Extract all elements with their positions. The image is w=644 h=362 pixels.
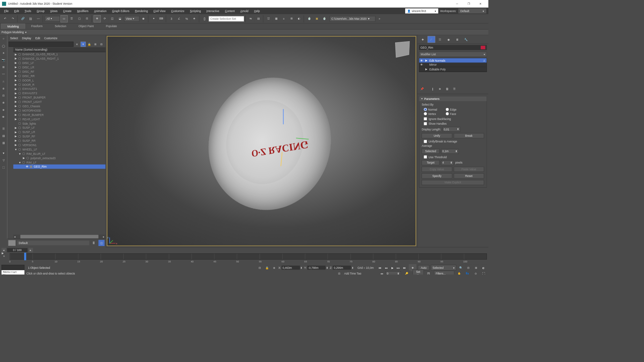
visibility-icon[interactable]: 👁: [26, 165, 29, 168]
menu-scripting[interactable]: Scripting: [187, 8, 204, 13]
expand-arrow-icon[interactable]: ▶: [22, 156, 25, 160]
tree-item[interactable]: ▶DAMAGE_GLASS_RIGHT_1: [13, 56, 105, 61]
mini-listener[interactable]: [2, 265, 24, 270]
expand-arrow-icon[interactable]: ▶: [14, 100, 17, 104]
ref-coord-dropdown[interactable]: View ▾: [124, 16, 139, 21]
hierarchy-tab-icon[interactable]: ☷: [436, 36, 444, 43]
scroll-left-icon[interactable]: ◂: [13, 235, 17, 239]
key-filters-icon[interactable]: ⚿: [426, 271, 432, 275]
expand-arrow-icon[interactable]: ▶: [14, 53, 17, 56]
z-value[interactable]: 0,296m: [333, 265, 351, 269]
tree-item[interactable]: ▶SUSP_RR: [13, 138, 105, 143]
viewport[interactable]: [+] [Orthographic ] [Standard ] [Default…: [107, 36, 416, 246]
expand-icon[interactable]: ▶: [425, 68, 428, 71]
selectby-edge[interactable]: Edge: [446, 108, 464, 111]
expand-arrow-icon[interactable]: ▶: [14, 113, 17, 116]
next-frame-icon[interactable]: ▸▸: [395, 265, 401, 270]
key-filters-dropdown[interactable]: Filters...: [434, 271, 454, 275]
modifier-row[interactable]: 👁Mirror: [419, 63, 487, 67]
key-filter-dropdown[interactable]: Selected▾: [431, 265, 457, 270]
select-object-button[interactable]: ▭: [60, 15, 67, 22]
unlink-button[interactable]: ⛓: [27, 15, 34, 22]
maximize-button[interactable]: ❐: [463, 0, 475, 8]
filter-helpers-icon[interactable]: ⊞: [0, 64, 7, 70]
clear-search-icon[interactable]: ✕: [74, 42, 79, 47]
ribbon-tab-object-paint[interactable]: Object Paint: [72, 24, 100, 29]
nav-fov-icon[interactable]: ◐: [481, 264, 487, 270]
viewport-canvas[interactable]: O·Z RACING z x: [107, 37, 416, 245]
tree-item[interactable]: 👁GEO_Rim: [13, 165, 105, 169]
modify-tab-icon[interactable]: ☄: [428, 36, 435, 43]
selectby-normal[interactable]: Normal: [424, 108, 441, 111]
menu-edit[interactable]: Edit: [12, 8, 22, 13]
expand-arrow-icon[interactable]: ▶: [14, 126, 17, 129]
tree-item[interactable]: ▼RIM_BLUR_LF: [13, 152, 105, 156]
current-frame-spinner[interactable]: 0⬍: [386, 271, 401, 275]
material-editor-icon[interactable]: ◫: [98, 240, 104, 246]
window-crossing-button[interactable]: ⊡: [84, 15, 91, 22]
nav-zoom-all-icon[interactable]: ⊞: [473, 264, 479, 270]
specify-button[interactable]: Specify: [422, 173, 452, 178]
material-layers-icon[interactable]: ≣: [91, 240, 97, 246]
menu-rendering[interactable]: Rendering: [132, 8, 151, 13]
menu-tools[interactable]: Tools: [22, 8, 34, 13]
menu-file[interactable]: File: [2, 8, 11, 13]
nav-pan-icon[interactable]: ✋: [456, 270, 462, 275]
tree-item[interactable]: ▶DISC_RF: [13, 69, 105, 74]
y-value[interactable]: -0,788m: [307, 265, 326, 269]
avg-selected-spinner[interactable]: 0,1m⬍: [441, 149, 459, 154]
expand-arrow-icon[interactable]: ▼: [18, 161, 21, 164]
modifier-row[interactable]: 👁▶Edit Normals⊥: [419, 58, 487, 63]
tree-item[interactable]: ▶DOOR_R: [13, 82, 105, 87]
spinner-icon[interactable]: ⬍: [300, 266, 303, 269]
tree-item[interactable]: ▶REAR_LIGHT: [13, 117, 105, 121]
expand-arrow-icon[interactable]: ▶: [14, 139, 17, 142]
gizmo-z-axis[interactable]: [283, 109, 284, 124]
time-tag-icon[interactable]: ⊡: [336, 271, 342, 275]
motion-tab-icon[interactable]: ◉: [445, 36, 452, 43]
object-name-field[interactable]: GEO_Rim: [419, 45, 487, 50]
expand-arrow-icon[interactable]: ▶: [14, 96, 17, 99]
nav-orbit-icon[interactable]: ⊙: [473, 270, 479, 275]
spinner-icon[interactable]: ⬍: [455, 149, 458, 153]
expand-arrow-icon[interactable]: ▶: [14, 109, 17, 112]
spinner-icon[interactable]: ⬍: [457, 128, 459, 131]
collapse-all-icon[interactable]: ⊟: [99, 42, 104, 47]
show-handles-check[interactable]: Show Handles: [422, 121, 484, 126]
modifier-pin-icon[interactable]: ⊥: [483, 59, 486, 62]
tree-item[interactable]: ▶DISC_RR: [13, 74, 105, 78]
paste-value-button[interactable]: Paste Value: [453, 167, 484, 172]
break-button[interactable]: Break: [453, 133, 484, 138]
viewcube[interactable]: [395, 41, 410, 58]
explorer-column-header[interactable]: Name (Sorted Ascending): [13, 47, 105, 52]
rotate-button[interactable]: ⟳: [101, 15, 108, 22]
modifier-row[interactable]: ▶Editable Poly: [419, 67, 487, 72]
tree-item[interactable]: ▶FRONT_LIGHT: [13, 100, 105, 104]
scale-button[interactable]: ◫: [109, 15, 116, 22]
toggle-ribbon-button[interactable]: ▦: [273, 15, 280, 22]
play-icon[interactable]: ▶: [389, 265, 395, 270]
create-tab-icon[interactable]: ✚: [419, 36, 427, 43]
display-children-icon[interactable]: ☰: [0, 125, 7, 132]
goto-end-icon[interactable]: ⏭: [402, 265, 408, 270]
menu-customize[interactable]: Customize: [169, 8, 187, 13]
tree-item[interactable]: ▶EXHAUST1: [13, 87, 105, 91]
display-influences-icon[interactable]: ▤: [0, 132, 7, 139]
align-button[interactable]: ▤: [255, 15, 262, 22]
tree-item[interactable]: ▶FRONT_BUMPER: [13, 95, 105, 100]
timeline-track[interactable]: 0510152025303540455055606570758085909510…: [10, 253, 487, 259]
menu-modifiers[interactable]: Modifiers: [74, 8, 91, 13]
spinner-icon[interactable]: ⬍: [397, 272, 399, 275]
render-setup-button[interactable]: 🍵: [306, 15, 313, 22]
modifier-stack[interactable]: 👁▶Edit Normals⊥👁Mirror▶Editable Poly: [419, 58, 487, 72]
snap-toggle-button[interactable]: 3: [168, 15, 175, 22]
redo-button[interactable]: ↷: [9, 15, 16, 22]
unify-avg-check[interactable]: Unify/Break to Average: [422, 139, 484, 144]
filter-particle-icon[interactable]: ※: [0, 85, 7, 92]
expand-all-icon[interactable]: ⊞: [93, 42, 98, 47]
render-frame-button[interactable]: ▣: [313, 15, 320, 22]
ignore-backfacing-check[interactable]: Ignore Backfacing: [422, 116, 484, 121]
filter-space-icon[interactable]: 〰: [0, 71, 7, 78]
explorer-menu-edit[interactable]: Edit: [35, 37, 40, 40]
tree-item[interactable]: ▶DISC_LF: [13, 61, 105, 65]
